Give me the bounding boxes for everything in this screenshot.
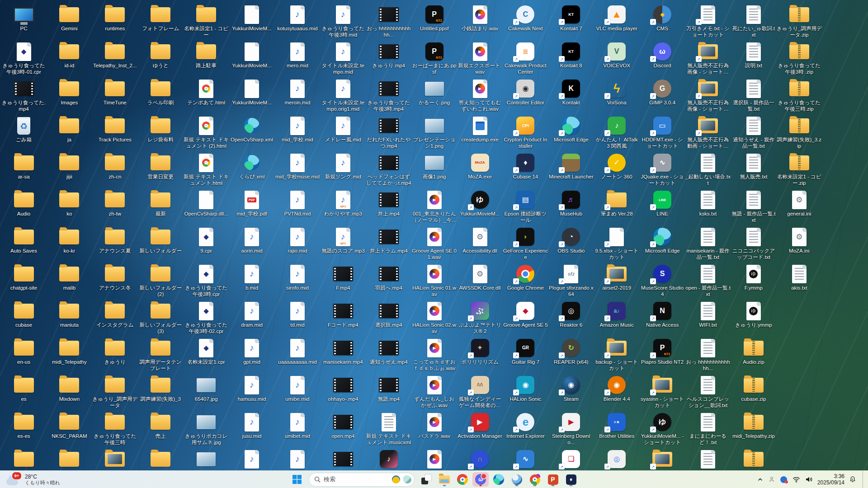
desktop-icon[interactable]: ko-kr [47,224,92,261]
desktop-icon[interactable]: 営業日変更 [138,150,184,187]
desktop-icon[interactable]: ♪mid_学校muse.mid [274,150,320,187]
taskbar-app-google-chrome[interactable] [454,472,471,487]
desktop-icon[interactable]: だれだFXいれたやつ.mp4 [366,113,411,150]
desktop-icon[interactable]: きゅうり_調声用データ [92,372,138,409]
desktop-icon[interactable]: Mixdown [47,372,92,409]
weather-widget[interactable]: 9+ 28°C くもり時々晴れ [3,471,64,488]
desktop-icon[interactable]: Images [47,76,92,113]
desktop-icon[interactable]: ◎↗Reaktor 6 [548,298,594,335]
desktop-icon[interactable]: open.mp4 [320,409,366,446]
desktop-icon[interactable]: ⚙AWSSDK.Core.dll [457,261,503,298]
wifi-icon[interactable] [792,476,801,483]
desktop-icon[interactable]: chatgpt-site [1,261,47,298]
desktop-icon[interactable]: ゆ↗YukkuriMovieM... - ショートカット [640,409,685,446]
desktop-icon[interactable]: インスタグラム [92,298,138,335]
desktop-icon[interactable]: ▶新規エクスポート.wav [457,39,503,76]
desktop-icon[interactable]: es-es [1,409,47,446]
desktop-icon[interactable]: ヘッドフォンはずしててよかっt.mp4 [366,150,411,187]
desktop-icon[interactable]: en-us [1,335,47,372]
desktop-icon[interactable]: ⚙Accessibility.dll [457,224,503,261]
desktop-icon[interactable]: midi_Telepathy [47,335,92,372]
desktop-icon[interactable]: アナウンス夏 [92,224,138,261]
desktop-icon[interactable]: Audio [1,187,47,224]
taskbar-app-powerpoint[interactable]: P [545,472,561,487]
desktop-icon[interactable]: ♪mid_学校.mid [274,113,320,150]
taskbar-app-cubase[interactable]: ♦ [563,472,579,487]
desktop-icon[interactable]: ◗↗GeForce Experience [503,224,548,261]
desktop-icon[interactable]: ゆうと [138,39,184,76]
desktop-icon[interactable]: 無題.mp4 [366,372,411,409]
desktop-icon[interactable]: 最新 [138,187,184,224]
desktop-icon[interactable]: ニコニコバックアップコード.txt [731,224,776,261]
start-button[interactable] [289,472,305,487]
desktop-icon[interactable]: フォトフレーム [138,2,184,39]
desktop-icon[interactable]: かるーく.png [411,76,457,113]
taskbar-app-discord[interactable]: ω [472,472,489,487]
desktop-icon[interactable]: ♪dram.mid [229,298,275,335]
desktop-icon[interactable]: ▤↗Epson 接続診断ツール [503,187,548,224]
desktop-icon[interactable]: PDFmid_学校.pdf [229,187,275,224]
desktop-icon[interactable]: midi_Telepathy.zip [731,409,776,446]
desktop-icon[interactable]: ▶HALion Sonic 02.wav [411,298,457,335]
taskbar-app-chrome-profile[interactable] [527,472,543,487]
desktop-icon[interactable]: ◆きゅうり食ってた午後3時.cpr [184,261,229,298]
desktop-icon[interactable]: ♦↗Cubase 14 [503,150,548,187]
desktop-icon[interactable]: ♪hamusu.mid [229,372,275,409]
desktop-icon[interactable]: ar-sa [1,150,47,187]
desktop-icon[interactable]: ↗9.5.xlsx - ショートカット [594,224,640,261]
desktop-icon[interactable]: ◉↗Controller Editor [503,76,548,113]
desktop-icon[interactable]: cubase [1,298,47,335]
desktop-icon[interactable]: e↗Internet Explorer [503,409,548,446]
desktop-icon[interactable]: malib [47,261,92,298]
desktop-icon[interactable]: ↗backup - ショートカット [594,335,640,372]
desktop-icon[interactable]: ◉↗Blender 4.4 [594,372,640,409]
desktop-icon[interactable]: Telepathy_Inst_2... [92,39,138,76]
show-desktop-button[interactable] [863,471,865,488]
desktop-icon[interactable]: ⚙MoZA.ini [776,224,822,261]
desktop-icon[interactable]: 通知うぜえ - 親作品一覧.txt [731,113,776,150]
desktop-icon[interactable]: ♪mero.mid [274,39,320,76]
desktop-icon[interactable]: ≡↗Cakewalk Product Center [503,39,548,76]
desktop-icon[interactable]: 無題 - 親作品一覧.txt [731,187,776,224]
desktop-icon[interactable]: KT↗Kontakt 8 [548,39,594,76]
taskbar-app-blue-globe-app[interactable] [509,472,525,487]
desktop-icon[interactable]: V↗VOICEVOX [594,39,640,76]
desktop-icon[interactable]: 新しいフォルダー [138,224,184,261]
desktop-icon[interactable]: manisekarin.mp4 [320,335,366,372]
desktop-icon[interactable]: PNT2Untitled.ppsf [411,2,457,39]
desktop-icon[interactable]: GR↗Guitar Rig 7 [503,335,548,372]
desktop-icon[interactable]: くらび.xml [229,150,275,187]
desktop-icon[interactable]: きゅうり.mp4 [366,39,411,76]
desktop-icon[interactable]: ko [47,187,92,224]
desktop-icon[interactable]: 選択肢 - 親作品一覧.txt [731,76,776,113]
desktop-icon[interactable]: ΛΛ↗孤独なインディーゲーム開発者の一生 ... [457,372,503,409]
desktop-icon[interactable]: ↗Google Chrome [503,261,548,298]
desktop-icon[interactable]: ◆名称未設定1.cpr [184,335,229,372]
desktop-icon[interactable]: 65407.jpg [184,372,229,409]
desktop-icon[interactable]: きゅうりポカコレ用サムネ.jpg [184,409,229,446]
tray-chevron-up-icon[interactable] [756,476,764,483]
desktop-icon[interactable]: cubase.zip [731,372,776,409]
desktop-icon[interactable]: ヘルスコンプレッション__歌詞.txt [685,372,731,409]
desktop-icon[interactable]: akis.txt [776,261,822,298]
desktop-icon[interactable]: きゅうり食ってた午後3時 .zip [776,39,822,76]
desktop-icon[interactable]: きゅうり食ってた午後三時 [92,409,138,446]
desktop-icon[interactable]: 新規 テキスト ドキュメント (2).html [184,113,229,150]
desktop-icon[interactable]: sfz↗Plogue sforzando x64 [548,261,594,298]
desktop-icon[interactable]: ▶ずんだもん_しおかぜふ.wav [411,372,457,409]
desktop-icon[interactable]: ♪MP3わかりやす.mp3 [320,187,366,224]
desktop-icon[interactable]: ↗無人販売不正行為画像 - ショートカッ... [685,39,731,76]
desktop-icon[interactable]: CPI↗Crypton Product Installer [503,113,548,150]
desktop-icon[interactable]: ▭↗HDDFMT.exe - ショートカット [640,113,685,150]
desktop-icon[interactable]: 路上駐車 [184,39,229,76]
desktop-icon[interactable]: ↗Microsoft Edge [640,224,685,261]
desktop[interactable]: PC◆きゅうり食ってた午後3時-01.cprきゅうり食ってた.mp4♻ごみ箱ar… [0,0,868,488]
desktop-icon[interactable]: 名称未設定1 - コピー [184,2,229,39]
desktop-icon[interactable]: OpenCvSharp.dll... [184,187,229,224]
taskbar-app-microsoft-edge[interactable] [491,472,507,487]
desktop-icon[interactable]: ♪↗かんたん！ AITalk 3 関西風 [594,113,640,150]
desktop-icon[interactable]: おっ hhhhhhhhhhhhh... [685,335,731,372]
desktop-icon[interactable]: PNT2おーばーまにあ.ppsf [411,39,457,76]
desktop-icon[interactable]: NKSC_PARAM [47,409,92,446]
desktop-icon[interactable]: ↗万引きメモ.txt - ショートカット [685,2,731,39]
